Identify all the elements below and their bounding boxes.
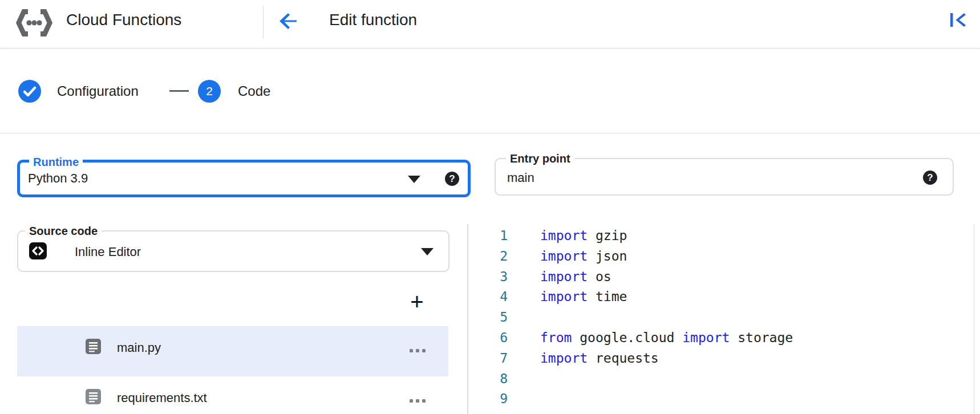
file-menu-icon[interactable]: [410, 399, 426, 403]
file-name: main.py: [117, 340, 161, 355]
dropdown-arrow-icon[interactable]: [421, 248, 434, 255]
line-number: 3: [468, 267, 508, 287]
code-line[interactable]: 7import requests: [468, 348, 973, 369]
runtime-label: Runtime: [29, 156, 83, 168]
cloud-functions-logo-icon: [16, 9, 52, 36]
line-number: 9: [468, 389, 508, 409]
line-number: 1: [468, 226, 508, 246]
line-number: 4: [468, 287, 508, 307]
code-editor[interactable]: 1import gzip2import json3import os4impor…: [468, 226, 973, 414]
product-title: Cloud Functions: [66, 11, 181, 29]
inline-editor-code-icon: [29, 242, 47, 259]
file-row-main-py[interactable]: main.py: [17, 326, 448, 376]
code-line[interactable]: 6from google.cloud import storage: [468, 328, 973, 348]
section-divider: [0, 133, 980, 133]
source-code-select[interactable]: Source code Inline Editor: [17, 230, 449, 272]
back-button[interactable]: [276, 9, 301, 34]
step-code-indicator[interactable]: 2: [198, 80, 221, 103]
line-number: 8: [468, 369, 508, 389]
step-number: 2: [206, 84, 213, 98]
add-file-button[interactable]: +: [404, 289, 430, 314]
file-row-requirements-txt[interactable]: requirements.txt: [17, 376, 448, 414]
code-line[interactable]: 8: [468, 369, 973, 389]
collapse-panel-button[interactable]: [948, 11, 973, 34]
check-icon: [18, 80, 41, 103]
step-code-label[interactable]: Code: [238, 83, 270, 99]
arrow-back-icon: [276, 9, 301, 34]
code-line[interactable]: 5: [468, 307, 973, 328]
runtime-help-icon[interactable]: ?: [445, 172, 459, 186]
editor-scrollbar-track[interactable]: [974, 224, 974, 414]
file-menu-icon[interactable]: [410, 349, 426, 352]
code-line[interactable]: 3import os: [468, 267, 973, 287]
step-connector: [169, 90, 189, 92]
edit-function-page: Cloud Functions Edit function Configurat…: [0, 0, 980, 414]
step-configuration-label[interactable]: Configuration: [57, 83, 139, 99]
runtime-value: Python 3.9: [28, 172, 88, 185]
plus-icon: +: [410, 289, 423, 315]
entry-point-help-icon[interactable]: ?: [923, 171, 937, 185]
line-number: 6: [468, 328, 508, 348]
entry-point-field[interactable]: Entry point main ?: [495, 158, 954, 196]
code-line[interactable]: 2import json: [468, 246, 973, 267]
header-divider: [263, 6, 264, 39]
source-code-value: Inline Editor: [75, 245, 141, 259]
collapse-left-icon: [948, 11, 967, 29]
line-number: 5: [468, 307, 508, 328]
file-icon: [86, 389, 101, 404]
code-line[interactable]: 1import gzip: [468, 226, 973, 246]
dropdown-arrow-icon[interactable]: [408, 176, 420, 183]
code-line[interactable]: 9: [468, 389, 973, 409]
step-configuration-indicator[interactable]: [18, 80, 41, 103]
file-icon: [86, 339, 101, 354]
file-name: requirements.txt: [117, 391, 207, 405]
code-line[interactable]: 4import time: [468, 287, 973, 307]
entry-point-label: Entry point: [506, 152, 574, 165]
line-number: 7: [468, 348, 508, 369]
entry-point-input[interactable]: main: [507, 171, 534, 185]
source-code-label: Source code: [25, 225, 102, 237]
runtime-select[interactable]: Runtime Python 3.9 ?: [17, 160, 471, 197]
app-header: Cloud Functions Edit function: [0, 0, 980, 48]
line-number: 2: [468, 246, 508, 267]
page-title: Edit function: [329, 11, 417, 29]
